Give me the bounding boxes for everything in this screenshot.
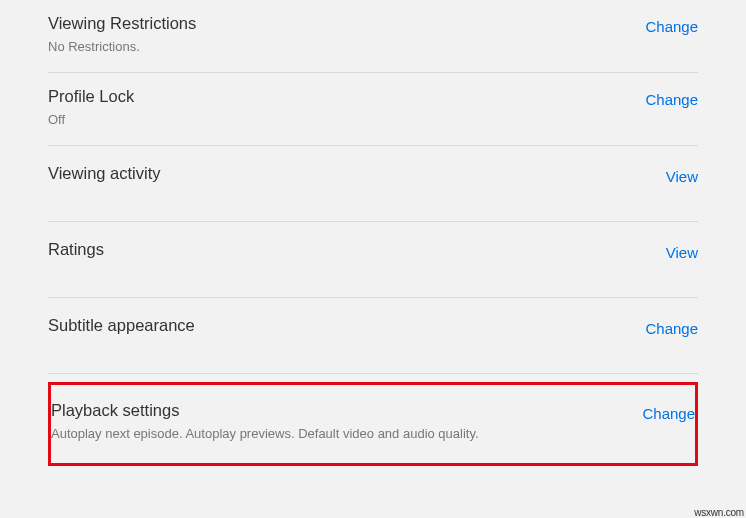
- row-title: Ratings: [48, 240, 104, 259]
- source-watermark: wsxwn.com: [694, 507, 744, 518]
- row-title: Subtitle appearance: [48, 316, 195, 335]
- row-subtitle: Autoplay next episode. Autoplay previews…: [51, 426, 479, 441]
- view-link[interactable]: View: [666, 240, 698, 261]
- highlight-playback-settings: Playback settings Autoplay next episode.…: [48, 382, 698, 466]
- row-left: Playback settings Autoplay next episode.…: [51, 401, 479, 441]
- row-profile-lock: Profile Lock Off Change: [48, 73, 698, 146]
- row-playback-settings: Playback settings Autoplay next episode.…: [51, 385, 695, 463]
- row-subtitle-appearance: Subtitle appearance Change: [48, 298, 698, 374]
- row-ratings: Ratings View: [48, 222, 698, 298]
- settings-list: Viewing Restrictions No Restrictions. Ch…: [0, 0, 746, 496]
- row-subtitle: Off: [48, 112, 134, 127]
- row-title: Playback settings: [51, 401, 479, 420]
- row-left: Viewing activity: [48, 164, 161, 183]
- row-title: Viewing activity: [48, 164, 161, 183]
- change-link[interactable]: Change: [642, 401, 695, 422]
- change-link[interactable]: Change: [645, 14, 698, 35]
- change-link[interactable]: Change: [645, 316, 698, 337]
- row-subtitle: No Restrictions.: [48, 39, 196, 54]
- row-title: Viewing Restrictions: [48, 14, 196, 33]
- row-left: Viewing Restrictions No Restrictions.: [48, 14, 196, 54]
- row-left: Profile Lock Off: [48, 87, 134, 127]
- row-left: Ratings: [48, 240, 104, 259]
- row-viewing-restrictions: Viewing Restrictions No Restrictions. Ch…: [48, 0, 698, 73]
- row-viewing-activity: Viewing activity View: [48, 146, 698, 222]
- row-title: Profile Lock: [48, 87, 134, 106]
- change-link[interactable]: Change: [645, 87, 698, 108]
- row-left: Subtitle appearance: [48, 316, 195, 335]
- view-link[interactable]: View: [666, 164, 698, 185]
